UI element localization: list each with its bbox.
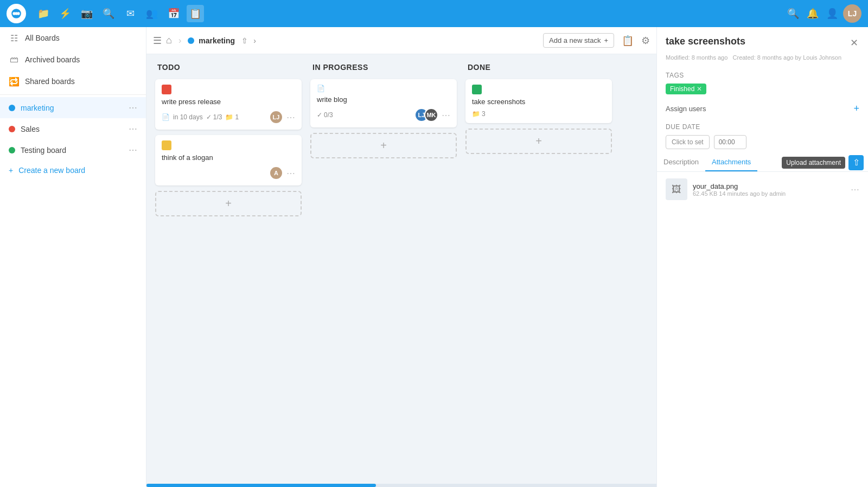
board-header-name: marketing [199, 36, 235, 45]
tab-description[interactable]: Description [657, 153, 705, 171]
horizontal-scrollbar[interactable] [146, 484, 656, 487]
contacts-icon[interactable]: 👥 [143, 5, 161, 22]
calendar-icon[interactable]: 📅 [165, 5, 182, 22]
doc-icon-blog: 📄 [317, 85, 325, 92]
sidebar-board-marketing-label: marketing [21, 104, 123, 112]
card-tasks: ✓ 1/3 [206, 113, 222, 121]
add-card-done-button[interactable]: + [465, 129, 612, 154]
card-blog-title: write blog [317, 95, 450, 104]
mail-icon[interactable]: ✉ [122, 5, 139, 22]
sidebar: ☷ All Boards 🗃 Archived boards 🔁 Shared … [0, 27, 146, 487]
home-icon[interactable]: ⌂ [166, 35, 172, 46]
app-logo[interactable] [7, 4, 26, 23]
upload-attachment-button[interactable]: ⇧ [848, 155, 864, 170]
sidebar-item-all-boards[interactable]: ☷ All Boards [0, 27, 146, 49]
photos-icon[interactable]: 📷 [78, 5, 95, 22]
board-chevron-icon[interactable]: › [253, 36, 256, 45]
stack-in-progress: In Progress 📄 write blog ✓ 0/3 L [310, 63, 457, 158]
add-stack-button[interactable]: Add a new stack + [543, 33, 614, 48]
board-settings-icon[interactable]: ⚙ [641, 35, 650, 47]
add-stack-plus-icon: + [604, 36, 608, 44]
detail-due-date-section: Due date Click to set [657, 119, 868, 153]
sidebar-all-boards-label: All Boards [25, 34, 137, 42]
sidebar-item-sales[interactable]: Sales ⋯ [0, 118, 146, 139]
avatar[interactable]: LJ [843, 4, 861, 23]
main-layout: ☷ All Boards 🗃 Archived boards 🔁 Shared … [0, 27, 868, 487]
card-slogan-more-menu[interactable]: ⋯ [286, 168, 295, 178]
avatar-a: A [269, 166, 283, 180]
stack-todo-title: TODO [155, 63, 302, 74]
due-time-input[interactable] [714, 135, 746, 149]
card-more-menu[interactable]: ⋯ [286, 112, 295, 123]
topnav: 📁 ⚡ 📷 🔍 ✉ 👥 📅 📋 🔍 🔔 👤 LJ [0, 0, 868, 27]
sidebar-item-testing[interactable]: Testing board ⋯ [0, 139, 146, 161]
detail-close-button[interactable]: ✕ [849, 36, 859, 50]
activity-icon[interactable]: ⚡ [56, 5, 74, 22]
board-color-dot [188, 37, 194, 44]
tab-attachments[interactable]: Attachments [705, 153, 757, 171]
card-blog-avatars: LJ MK [414, 108, 438, 122]
archive-icon: 🗃 [9, 54, 20, 65]
plus-icon: + [9, 166, 13, 175]
sidebar-board-testing-label: Testing board [21, 146, 123, 155]
assign-label: Assign users [666, 105, 706, 113]
card-files: 📁 1 [225, 113, 239, 121]
grid-icon: ☷ [9, 33, 20, 43]
board-sales-menu[interactable]: ⋯ [129, 124, 137, 134]
add-card-todo-button[interactable]: + [155, 191, 302, 216]
card-slogan-title: think of a slogan [162, 153, 295, 162]
detail-title: take screenshots [666, 36, 845, 47]
tag-finished: Finished ✕ [666, 84, 706, 94]
topnav-bell-icon[interactable]: 🔔 [804, 5, 821, 22]
topnav-search-icon[interactable]: 🔍 [784, 5, 802, 22]
attachments-area: 🖼 your_data.png 62.45 KB 14 minutes ago … [657, 172, 868, 207]
upload-tooltip: Upload attachment [782, 157, 845, 169]
deck-icon[interactable]: 📋 [187, 5, 204, 22]
due-date-button[interactable]: Click to set [666, 135, 710, 149]
stack-in-progress-title: In Progress [310, 63, 457, 74]
create-board-button[interactable]: + Create a new board [0, 161, 146, 180]
search-icon[interactable]: 🔍 [100, 5, 117, 22]
attachment-meta: 62.45 KB 14 minutes ago by admin [693, 190, 845, 197]
svg-point-3 [15, 12, 18, 15]
sidebar-item-archived[interactable]: 🗃 Archived boards [0, 49, 146, 71]
card-avatars: LJ [269, 110, 283, 124]
sidebar-item-shared[interactable]: 🔁 Shared boards [0, 71, 146, 92]
due-date-row: Click to set [666, 135, 859, 149]
card-press-release-footer: 📄 in 10 days ✓ 1/3 📁 1 [162, 110, 295, 124]
attachments-actions: Upload attachment ⇧ [782, 155, 868, 170]
topnav-user-menu-icon[interactable]: 👤 [824, 5, 841, 22]
stack-done-title: Done [465, 63, 612, 74]
card-blog[interactable]: 📄 write blog ✓ 0/3 LJ MK ⋯ [310, 79, 457, 127]
folder-icon[interactable]: 📁 [35, 5, 52, 22]
topnav-right: 🔍 🔔 👤 LJ [784, 4, 861, 23]
card-press-release[interactable]: write press release 📄 in 10 days ✓ 1/3 📁 [155, 79, 302, 130]
sidebar-divider-1 [0, 94, 146, 95]
sidebar-item-marketing[interactable]: marketing ⋯ [0, 97, 146, 118]
board-dot-marketing [9, 105, 15, 111]
folder-icon-sm: 📁 [225, 113, 233, 121]
card-blog-footer: ✓ 0/3 LJ MK ⋯ [317, 108, 450, 122]
board-save-icon[interactable]: 📋 [622, 35, 634, 47]
card-slogan-footer: A ⋯ [162, 166, 295, 180]
card-screenshots[interactable]: take screenshots 📁 3 [465, 79, 612, 123]
card-slogan-avatars: A [269, 166, 283, 180]
add-stack-label: Add a new stack [549, 36, 601, 44]
attachment-thumb: 🖼 [666, 178, 687, 200]
scrollbar-thumb [146, 484, 376, 487]
attachment-more-menu[interactable]: ⋯ [851, 184, 859, 195]
check-icon-blog: ✓ [317, 111, 322, 119]
board-testing-menu[interactable]: ⋯ [129, 145, 137, 155]
detail-panel: take screenshots ✕ Modified: 8 months ag… [656, 27, 868, 487]
detail-created: Created: 8 months ago by Louis Johnson [733, 54, 842, 61]
card-blog-more-menu[interactable]: ⋯ [442, 110, 450, 120]
hamburger-icon[interactable]: ☰ [153, 35, 162, 47]
board-share-icon[interactable]: ⇧ [241, 36, 248, 45]
card-slogan[interactable]: think of a slogan A ⋯ [155, 135, 302, 185]
assign-add-button[interactable]: + [853, 103, 859, 114]
card-color-red [162, 85, 171, 94]
tag-remove-icon[interactable]: ✕ [697, 85, 702, 93]
add-card-in-progress-button[interactable]: + [310, 133, 457, 158]
board-marketing-menu[interactable]: ⋯ [129, 102, 137, 113]
detail-modified: Modified: 8 months ago [666, 54, 727, 61]
